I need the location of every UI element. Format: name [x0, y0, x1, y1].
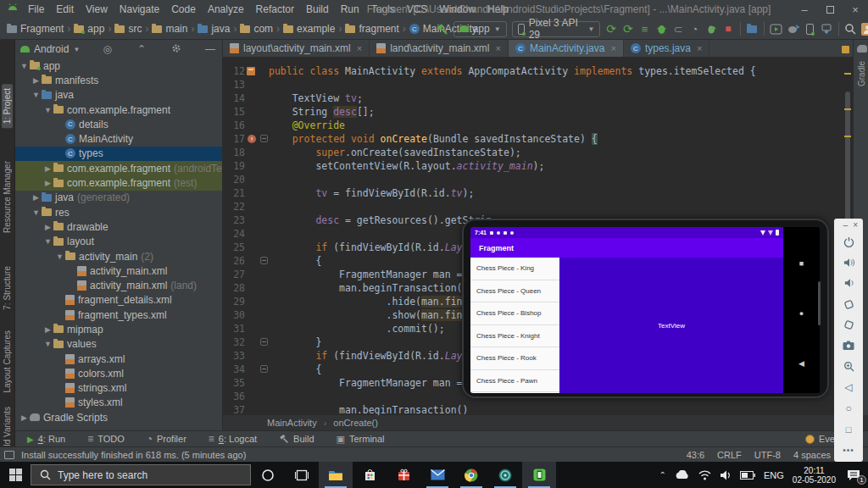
tray-expand-icon[interactable]: ⌃: [659, 470, 666, 480]
inspection-status-icon[interactable]: [842, 46, 849, 53]
code-line-15[interactable]: 15 String desc[];: [223, 105, 853, 119]
taskbar-app-android-studio[interactable]: [488, 462, 522, 488]
build-hammer-icon[interactable]: [434, 20, 451, 37]
breadcrumb-main[interactable]: main: [152, 23, 187, 35]
emulator-list-item-1[interactable]: Chess Piece - Queen: [470, 280, 559, 303]
taskbar-app-cortana[interactable]: [251, 462, 285, 488]
stop-icon[interactable]: ■: [720, 20, 737, 37]
close-tab-icon[interactable]: ×: [357, 43, 362, 53]
menu-edit[interactable]: Edit: [50, 3, 80, 15]
breadcrumb-class[interactable]: MainActivity: [267, 418, 317, 428]
code-line-19[interactable]: 19 setContentView(R.layout.activity_main…: [223, 159, 853, 173]
code-line-21[interactable]: 21 tv = findViewById(R.id.tv);: [223, 186, 853, 200]
search-everywhere-icon[interactable]: [843, 20, 860, 37]
breadcrumb-fragment[interactable]: Fragment: [7, 23, 64, 35]
breadcrumb-example[interactable]: example: [283, 23, 335, 35]
emulator-more-button[interactable]: •••: [838, 440, 859, 461]
tool-window-layout-captures[interactable]: Layout Captures: [2, 326, 13, 396]
tree-item-details[interactable]: Cdetails: [15, 117, 222, 131]
emulator-list-item-0[interactable]: Chess Piece - King: [470, 258, 559, 280]
avd-manager-icon[interactable]: [768, 20, 785, 37]
close-tab-icon[interactable]: ×: [610, 43, 615, 53]
tool-button-todo[interactable]: ≡TODO: [87, 433, 125, 445]
tree-item-activity-main[interactable]: ▼activity_main(2): [15, 249, 222, 263]
tree-item-layout[interactable]: ▼layout: [15, 235, 222, 249]
breadcrumb-method[interactable]: onCreate(): [333, 418, 378, 428]
line-separator[interactable]: CRLF: [717, 450, 742, 460]
tree-item-com-example-fragment[interactable]: ▶com.example.fragment(test): [15, 175, 222, 190]
code-line-13[interactable]: 13: [223, 78, 853, 92]
breadcrumb-com[interactable]: com: [240, 23, 273, 35]
related-layout-icon[interactable]: [247, 67, 255, 75]
breadcrumb-java[interactable]: java: [198, 23, 230, 35]
emulator-zoom-button[interactable]: [838, 357, 859, 378]
breadcrumb-fragment[interactable]: fragment: [345, 23, 398, 35]
taskbar-app-chrome[interactable]: [454, 462, 488, 488]
taskbar-search[interactable]: Type here to search: [31, 464, 251, 485]
taskbar-app-emulator[interactable]: [522, 462, 556, 488]
emulator-rotate-right-button[interactable]: [838, 314, 859, 336]
tree-item-drawable[interactable]: ▶drawable: [15, 219, 222, 234]
emulator-list-item-2[interactable]: Chess Piece - Bishop: [470, 302, 559, 325]
tool-window--structure[interactable]: 7: Structure: [2, 262, 13, 314]
menu-run[interactable]: Run: [335, 3, 365, 15]
emulator-overview-button[interactable]: □: [838, 419, 859, 440]
tree-item-strings-xml[interactable]: strings.xml: [15, 381, 222, 396]
language-indicator[interactable]: ENG: [764, 470, 784, 480]
tree-item-fragment-types-xml[interactable]: fragment_types.xml: [15, 308, 222, 322]
start-button[interactable]: [0, 462, 31, 488]
tree-item-activity-main-xml[interactable]: activity_main.xml: [15, 263, 222, 278]
caret-position[interactable]: 43:6: [687, 450, 704, 460]
sync-gradle-icon[interactable]: [785, 20, 802, 37]
emulator-close-icon[interactable]: ×: [853, 220, 858, 231]
emulator-screenshot-button[interactable]: [838, 336, 859, 357]
speaker-icon[interactable]: [720, 470, 732, 480]
tree-item-com-example-fragment[interactable]: ▶com.example.fragment(androidTest): [15, 161, 222, 175]
sdk-manager-icon[interactable]: [818, 20, 835, 37]
minimize-icon[interactable]: –: [792, 0, 817, 19]
debug-icon[interactable]: [653, 20, 670, 37]
tree-item-com-example-fragment[interactable]: ▼com.example.fragment: [15, 103, 222, 117]
wifi-icon[interactable]: [698, 470, 711, 480]
emulator-list-item-3[interactable]: Chess Piece - Knight: [470, 325, 559, 348]
code-line-18[interactable]: 18 super.onCreate(savedInstanceState);: [223, 146, 853, 159]
run-configuration-select[interactable]: app▼: [453, 21, 507, 37]
taskbar-clock[interactable]: 20:11 02-05-2020: [793, 466, 836, 485]
apply-code-changes-icon[interactable]: ≡: [637, 20, 654, 37]
emulator-back-button[interactable]: ◁: [838, 377, 859, 398]
tool-window--project[interactable]: 1: Project: [2, 84, 13, 128]
tree-item-styles-xml[interactable]: styles.xml: [15, 396, 222, 410]
emulator-minimize-icon[interactable]: –: [843, 220, 849, 231]
tool-button-profiler[interactable]: ◔Profiler: [147, 433, 186, 445]
tree-item-res[interactable]: ▼res: [15, 205, 222, 219]
tab-mainactivity.java[interactable]: CMainActivity.java×: [509, 40, 624, 57]
device-manager-icon[interactable]: [801, 20, 818, 37]
taskbar-app-gift[interactable]: [387, 462, 420, 488]
menu-code[interactable]: Code: [165, 3, 202, 15]
device-select[interactable]: Pixel 3 API 29▼: [512, 21, 601, 37]
tree-item-gradle-scripts[interactable]: ▶Gradle Scripts: [15, 410, 222, 424]
tree-item-mipmap[interactable]: ▶mipmap: [15, 322, 222, 336]
menu-navigate[interactable]: Navigate: [114, 3, 165, 15]
tool-window-resource-manager[interactable]: Resource Manager: [2, 157, 13, 237]
emulator-window[interactable]: 7:41 Fragment Chess Piece - KingChess Pi…: [462, 219, 829, 398]
restore-icon[interactable]: [817, 0, 843, 19]
emulator-volume-up-button[interactable]: [838, 252, 859, 274]
overview-button[interactable]: ■: [799, 259, 804, 268]
tree-item-types[interactable]: Ctypes: [15, 147, 222, 161]
emulator-list-item-4[interactable]: Chess Piece - Rook: [470, 347, 559, 370]
emulator-list-item-5[interactable]: Chess Piece - Pawn: [470, 370, 559, 393]
emulator-power-button[interactable]: [838, 231, 859, 252]
taskbar-app-task-view[interactable]: [285, 462, 319, 488]
tool-button-build[interactable]: Build: [279, 433, 314, 445]
tab-land-activity-main.xml[interactable]: land\activity_main.xml×: [370, 40, 509, 57]
settings-gear-icon[interactable]: [170, 43, 183, 56]
taskbar-app-store[interactable]: [353, 462, 387, 488]
menu-view[interactable]: View: [80, 3, 114, 15]
menu-build[interactable]: Build: [300, 3, 335, 15]
code-line-16[interactable]: 16 @Override: [223, 119, 853, 132]
emulator-home-button[interactable]: ○: [838, 398, 859, 419]
tool-button--run[interactable]: ▶4: Run: [27, 433, 65, 445]
tree-item-arrays-xml[interactable]: arrays.xml: [15, 352, 222, 366]
tab-layout-activity-main.xml[interactable]: layout\activity_main.xml×: [223, 40, 370, 57]
